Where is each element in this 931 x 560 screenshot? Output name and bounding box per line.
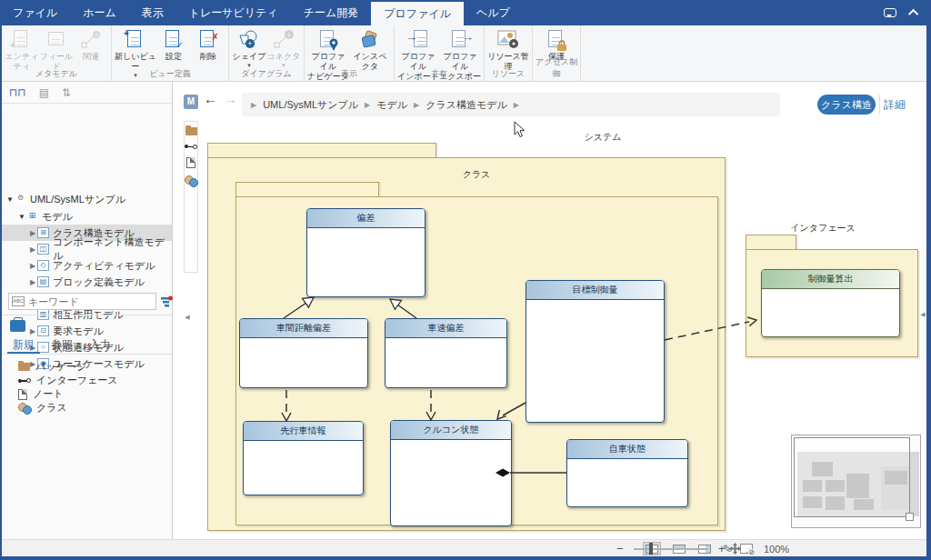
feedback-icon[interactable] — [884, 8, 896, 17]
tab-file[interactable]: ファイル — [0, 0, 70, 25]
model-navigator-panel: ⊓⊓ ▤ ⇅ ▼ ⚙ UML/SysMLサンプル ▼ ⊞ モデル ▶ ⊞ クラス… — [2, 82, 173, 539]
forward-button[interactable]: → — [224, 91, 237, 106]
zoom-slider-handle[interactable] — [649, 543, 653, 555]
project-icon: ⚙ — [15, 194, 26, 205]
tab-traceability[interactable]: トレーサビリティ — [176, 0, 291, 25]
collapse-left-panel-handle[interactable]: ◀ — [184, 305, 191, 329]
view-delete-icon: ✗ — [196, 29, 220, 51]
diagram-canvas[interactable]: システム クラス インタフェース 偏差 車間距離偏差 車速偏差 先行車情報 クル… — [174, 121, 926, 539]
back-button[interactable]: ← — [204, 91, 217, 106]
view-delete-button[interactable]: ✗ 削除 — [191, 27, 225, 62]
canvas-shape-palette — [184, 121, 198, 273]
toolbox-tab-input[interactable]: 入力 — [84, 336, 116, 354]
tree-view-mode-icon[interactable]: ⊓⊓ — [9, 86, 26, 99]
sort-mode-icon[interactable]: ⇅ — [62, 86, 71, 99]
breadcrumb-item-project[interactable]: UML/SysMLサンプル — [263, 98, 358, 112]
avatar[interactable]: M — [184, 95, 198, 109]
tab-help[interactable]: ヘルプ — [464, 0, 523, 25]
breadcrumb: ▶ UML/SysMLサンプル ▶ モデル ▶ クラス構造モデル ▶ — [242, 93, 780, 116]
ribbon: + エンティティ フィールド + 関連 メタモデル + 新しいビュー▾ ✓ 設定… — [2, 25, 926, 82]
keyword-icon: ABC — [12, 296, 25, 306]
connector-icon: + — [272, 29, 295, 51]
new-view-icon: + — [124, 29, 147, 51]
note-tool-icon[interactable] — [186, 157, 195, 168]
field-icon — [45, 29, 68, 51]
toolbox-item-interface[interactable]: インターフェース — [2, 374, 172, 387]
relation-icon: + — [79, 29, 103, 51]
resource-manage-button[interactable]: リソース管理 — [487, 27, 529, 72]
class-icon — [18, 403, 31, 413]
breadcrumb-bar: M ← → ▶ UML/SysMLサンプル ▶ モデル ▶ クラス構造モデル ▶… — [174, 82, 926, 121]
tab-team[interactable]: チーム開発 — [291, 0, 372, 25]
collapse-ribbon-icon[interactable] — [908, 9, 918, 19]
detail-link[interactable]: 詳細 — [884, 97, 906, 113]
activity-icon: ◇ — [37, 260, 49, 271]
toolbox-item-class[interactable]: クラス — [2, 401, 172, 415]
relation-button[interactable]: + 関連 — [74, 27, 108, 62]
breadcrumb-item-class-structure[interactable]: クラス構造モデル — [425, 98, 507, 112]
status-bar: ✎ 100% − + ⋰ — [2, 539, 926, 556]
svg-text:+: + — [247, 39, 252, 48]
window-border-right — [926, 25, 931, 556]
ribbon-group-display: プロファイル ナビゲータ インスペクタ 表示 — [305, 25, 395, 81]
field-button[interactable]: フィールド — [39, 27, 74, 72]
minimap-viewport[interactable] — [794, 437, 910, 517]
ribbon-group-metamodel: + エンティティ フィールド + 関連 メタモデル — [2, 25, 112, 81]
tab-view[interactable]: 表示 — [129, 0, 176, 25]
ribbon-group-diagram: + シェイプ▾ + コネクタ▾ ダイアグラム — [229, 25, 305, 81]
interface-tool-icon[interactable] — [185, 143, 197, 150]
toolbox-tabs: 新規 参照 入力 — [2, 336, 172, 355]
entity-button[interactable]: + エンティティ — [5, 27, 39, 72]
search-filter-button[interactable] — [160, 293, 174, 310]
view-settings-button[interactable]: ✓ 設定 — [156, 27, 191, 62]
tab-home[interactable]: ホーム — [70, 0, 129, 25]
class-structure-icon: ⊞ — [37, 227, 49, 238]
fit-to-window-icon[interactable] — [729, 542, 741, 555]
class-tool-icon[interactable] — [185, 175, 197, 185]
toolbox-tab-new[interactable]: 新規 — [7, 336, 40, 354]
tree-item-project[interactable]: ▼ ⚙ UML/SysMLサンプル — [2, 191, 172, 207]
flat-view-mode-icon[interactable]: ▤ — [39, 86, 49, 99]
resize-grip[interactable]: ⋰ — [746, 542, 755, 555]
ribbon-group-resource: リソース管理 リソース — [485, 25, 533, 81]
component-structure-icon: ◫ — [37, 244, 49, 255]
search-input[interactable] — [28, 296, 155, 307]
minimap[interactable] — [791, 435, 921, 528]
toolbox-tab-reference[interactable]: 参照 — [45, 336, 78, 354]
toolbox-item-note[interactable]: ノート — [2, 387, 172, 401]
minimap-viewport-handle[interactable] — [906, 513, 914, 521]
protect-icon — [545, 29, 568, 51]
collapse-right-panel-handle[interactable]: ◀ — [919, 303, 926, 326]
tree-item-block-definition[interactable]: ▶ ▤ ブロック定義モデル — [2, 274, 172, 290]
tree-item-activity[interactable]: ▶ ◇ アクティビティモデル — [2, 257, 172, 274]
profile-export-icon: → — [448, 29, 472, 51]
window-border-bottom — [0, 556, 931, 560]
navigator-toolbar: ⊓⊓ ▤ ⇅ — [2, 82, 172, 104]
tab-profile[interactable]: プロファイル — [371, 2, 464, 25]
ribbon-tab-bar: ファイル ホーム 表示 トレーサビリティ チーム開発 プロファイル ヘルプ — [0, 0, 931, 25]
package-tool-icon[interactable] — [185, 127, 197, 135]
zoom-slider-track[interactable] — [634, 548, 708, 550]
ribbon-group-view-definition: + 新しいビュー▾ ✓ 設定 ✗ 削除 ビュー定義 — [112, 25, 229, 81]
view-mode-button[interactable]: クラス構造 — [817, 95, 876, 115]
breadcrumb-item-model[interactable]: モデル — [376, 98, 407, 112]
package-icon — [18, 363, 30, 371]
tree-item-component-structure[interactable]: ▶ ◫ コンポーネント構造モデル — [2, 241, 172, 257]
requirement-icon: ⊡ — [37, 325, 49, 336]
profile-navigator-icon — [316, 29, 340, 51]
note-icon — [18, 389, 27, 400]
toolbox-icon — [10, 320, 25, 332]
view-settings-icon: ✓ — [162, 29, 185, 51]
zoom-in-button[interactable]: + — [718, 542, 726, 555]
zoom-out-button[interactable]: − — [616, 542, 624, 555]
inspector-button[interactable]: インスペクタ — [349, 27, 391, 72]
tree-item-model[interactable]: ▼ ⊞ モデル — [2, 208, 172, 225]
inspector-icon — [358, 29, 382, 51]
interface-icon — [18, 377, 31, 385]
zoom-percentage: 100% — [764, 542, 789, 555]
connector-button[interactable]: + コネクタ▾ — [266, 27, 301, 68]
shape-button[interactable]: + シェイプ▾ — [232, 27, 266, 68]
block-definition-icon: ▤ — [37, 276, 49, 287]
entity-icon: + — [10, 29, 34, 51]
toolbox-item-package[interactable]: パッケージ — [2, 360, 172, 374]
